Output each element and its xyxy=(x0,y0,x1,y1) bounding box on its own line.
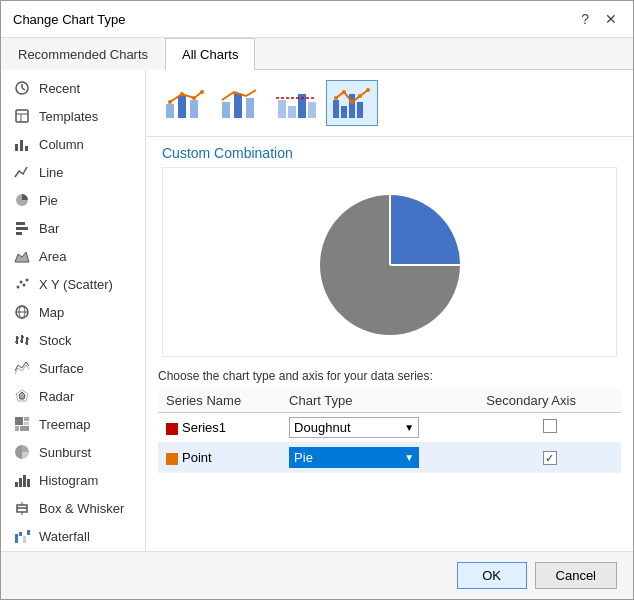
chart-preview-area: Custom Combination xyxy=(146,137,633,369)
combo-chart-icon-2[interactable] xyxy=(214,80,266,126)
icon-histogram xyxy=(13,471,31,489)
sidebar-item-column[interactable]: Column xyxy=(1,130,145,158)
sidebar-label-pie: Pie xyxy=(39,193,58,208)
icon-sunburst xyxy=(13,443,31,461)
sidebar-label-column: Column xyxy=(39,137,84,152)
col-chart-type: Chart Type xyxy=(281,389,478,413)
sidebar-item-templates[interactable]: Templates xyxy=(1,102,145,130)
sidebar-label-line: Line xyxy=(39,165,64,180)
dropdown-arrow-icon: ▼ xyxy=(404,422,414,433)
sidebar-item-recent[interactable]: Recent xyxy=(1,74,145,102)
svg-rect-66 xyxy=(308,102,316,118)
tab-recommended[interactable]: Recommended Charts xyxy=(1,38,165,70)
svg-rect-53 xyxy=(166,104,174,118)
secondary-axis-cell[interactable] xyxy=(478,443,621,473)
combo-chart-icon-4[interactable] xyxy=(326,80,378,126)
svg-rect-40 xyxy=(27,479,30,487)
svg-rect-3 xyxy=(16,110,28,122)
icon-bar xyxy=(13,219,31,237)
svg-rect-62 xyxy=(246,98,254,118)
sidebar-label-surface: Surface xyxy=(39,361,84,376)
sidebar-label-radar: Radar xyxy=(39,389,74,404)
svg-rect-11 xyxy=(16,232,22,235)
title-bar: Change Chart Type ? ✕ xyxy=(1,1,633,38)
sidebar-item-sunburst[interactable]: Sunburst xyxy=(1,438,145,466)
svg-rect-48 xyxy=(27,530,30,535)
chart-icons-row xyxy=(146,70,633,137)
svg-rect-69 xyxy=(341,106,347,118)
svg-rect-6 xyxy=(15,144,18,151)
tab-all-charts[interactable]: All Charts xyxy=(165,38,255,70)
svg-point-58 xyxy=(192,96,196,100)
svg-rect-38 xyxy=(19,478,22,487)
help-button[interactable]: ? xyxy=(577,9,593,29)
svg-rect-37 xyxy=(15,482,18,487)
close-button[interactable]: ✕ xyxy=(601,9,621,29)
sidebar-item-bar[interactable]: Bar xyxy=(1,214,145,242)
sidebar-label-templates: Templates xyxy=(39,109,98,124)
svg-point-73 xyxy=(342,90,346,94)
chart-type-cell[interactable]: Doughnut▼ xyxy=(281,413,478,443)
sidebar-item-boxwhisker[interactable]: Box & Whisker xyxy=(1,494,145,522)
tabs-row: Recommended Charts All Charts xyxy=(1,38,633,70)
sidebar-item-histogram[interactable]: Histogram xyxy=(1,466,145,494)
sidebar-item-surface[interactable]: Surface xyxy=(1,354,145,382)
svg-rect-33 xyxy=(24,422,29,425)
svg-rect-10 xyxy=(16,227,28,230)
svg-rect-61 xyxy=(234,94,242,118)
sidebar-item-area[interactable]: Area xyxy=(1,242,145,270)
svg-line-2 xyxy=(22,88,25,90)
svg-marker-12 xyxy=(15,252,29,262)
dropdown-arrow-icon: ▼ xyxy=(404,452,414,463)
chart-type-dropdown[interactable]: Pie▼ xyxy=(289,447,419,468)
sidebar-label-bar: Bar xyxy=(39,221,59,236)
icon-pie xyxy=(13,191,31,209)
combo-chart-icon-3[interactable] xyxy=(270,80,322,126)
sidebar-item-waterfall[interactable]: Waterfall xyxy=(1,522,145,550)
icon-radar xyxy=(13,387,31,405)
icon-stock xyxy=(13,331,31,349)
chart-type-cell[interactable]: Pie▼ xyxy=(281,443,478,473)
sidebar-item-pie[interactable]: Pie xyxy=(1,186,145,214)
choose-label: Choose the chart type and axis for your … xyxy=(158,369,621,383)
svg-rect-46 xyxy=(19,532,22,536)
sidebar-label-waterfall: Waterfall xyxy=(39,529,90,544)
col-secondary-axis: Secondary Axis xyxy=(478,389,621,413)
sidebar-item-line[interactable]: Line xyxy=(1,158,145,186)
cancel-button[interactable]: Cancel xyxy=(535,562,617,589)
sidebar-label-area: Area xyxy=(39,249,66,264)
svg-point-57 xyxy=(180,92,184,96)
svg-point-15 xyxy=(23,284,26,287)
svg-rect-70 xyxy=(349,94,355,118)
series-color-indicator xyxy=(166,453,178,465)
chart-type-label: Pie xyxy=(294,450,313,465)
chart-type-dropdown[interactable]: Doughnut▼ xyxy=(289,417,419,438)
series-name-cell: Point xyxy=(158,443,281,473)
sidebar-label-histogram: Histogram xyxy=(39,473,98,488)
sidebar-item-stock[interactable]: Stock xyxy=(1,326,145,354)
ok-button[interactable]: OK xyxy=(457,562,527,589)
svg-rect-45 xyxy=(15,534,18,543)
svg-point-72 xyxy=(334,96,338,100)
svg-rect-54 xyxy=(178,96,186,118)
chart-title: Custom Combination xyxy=(162,145,617,161)
sidebar-item-xy[interactable]: X Y (Scatter) xyxy=(1,270,145,298)
dialog-title: Change Chart Type xyxy=(13,12,126,27)
main-content: RecentTemplatesColumnLinePieBarAreaX Y (… xyxy=(1,70,633,551)
change-chart-type-dialog: Change Chart Type ? ✕ Recommended Charts… xyxy=(0,0,634,600)
svg-point-74 xyxy=(350,100,354,104)
secondary-axis-checkbox[interactable] xyxy=(543,451,557,465)
sidebar: RecentTemplatesColumnLinePieBarAreaX Y (… xyxy=(1,70,146,551)
sidebar-label-stock: Stock xyxy=(39,333,72,348)
sidebar-label-xy: X Y (Scatter) xyxy=(39,277,113,292)
sidebar-item-radar[interactable]: Radar xyxy=(1,382,145,410)
secondary-axis-checkbox[interactable] xyxy=(543,419,557,433)
series-name-cell: Series1 xyxy=(158,413,281,443)
secondary-axis-cell[interactable] xyxy=(478,413,621,443)
svg-rect-9 xyxy=(16,222,25,225)
sidebar-item-map[interactable]: Map xyxy=(1,298,145,326)
sidebar-item-treemap[interactable]: Treemap xyxy=(1,410,145,438)
icon-waterfall xyxy=(13,527,31,545)
combo-chart-icon-1[interactable] xyxy=(158,80,210,126)
svg-rect-35 xyxy=(20,426,29,431)
